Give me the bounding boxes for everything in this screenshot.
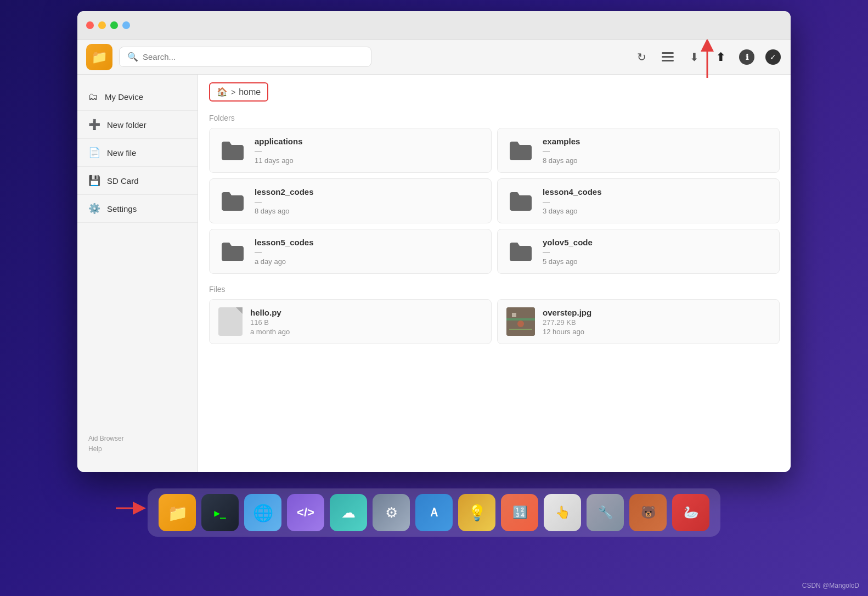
breadcrumb-current: home (239, 87, 261, 97)
maximize-button[interactable] (110, 21, 118, 29)
folder-item-yolov5-code[interactable]: yolov5_code — 5 days ago (497, 229, 780, 274)
folder-name-lesson4: lesson4_codes (543, 187, 602, 196)
sidebar-item-settings[interactable]: ⚙️ Settings (77, 195, 198, 223)
sidebar-label-sd-card: SD Card (107, 176, 139, 185)
folder-date-yolov5: 5 days ago (543, 257, 593, 266)
dock-browser[interactable]: 🌐 (244, 494, 281, 531)
dock-settings[interactable]: ⚙ (373, 494, 410, 531)
dock-bear[interactable]: 🐻 (629, 494, 667, 531)
folder-dash-applications: — (255, 147, 303, 155)
refresh-button[interactable]: ↻ (633, 48, 650, 66)
search-input[interactable] (143, 52, 363, 61)
main-content: 🗂 My Device ➕ New folder 📄 New file 💾 SD… (77, 75, 791, 472)
dock-cloud[interactable]: ☁ (330, 494, 367, 531)
title-bar (77, 11, 791, 40)
folder-icon-lesson4 (506, 187, 535, 215)
aid-browser-text: Aid Browser (88, 435, 124, 442)
folder-name-examples: examples (543, 137, 580, 146)
list-view-button[interactable] (659, 48, 677, 66)
folder-icon-lesson5 (218, 237, 247, 266)
sidebar-item-new-folder[interactable]: ➕ New folder (77, 111, 198, 139)
dock-app-store[interactable]: Ａ (415, 494, 453, 531)
folder-dash-lesson5: — (255, 248, 314, 256)
search-bar[interactable]: 🔍 (119, 47, 371, 67)
file-size-overstep: 277.29 KB (543, 318, 591, 327)
image-thumbnail-overstep (506, 307, 535, 336)
file-size-hello: 116 B (250, 318, 290, 327)
folder-item-lesson4-codes[interactable]: lesson4_codes — 3 days ago (497, 178, 780, 223)
file-item-hello-py[interactable]: hello.py 116 B a month ago (209, 299, 492, 344)
dock-hop[interactable]: 🦢 (672, 494, 709, 531)
upload-button[interactable]: ⬆ (712, 48, 729, 66)
traffic-lights (86, 21, 130, 29)
sd-card-icon: 💾 (88, 175, 100, 187)
files-label: Files (198, 280, 791, 297)
dock: 📁 ▶_ 🌐 </> ☁ ⚙ Ａ 💡 🔢 👆 🔧 🐻 🦢 (148, 488, 720, 537)
svg-rect-7 (512, 313, 516, 317)
dock-code-editor[interactable]: </> (287, 494, 324, 531)
folder-item-lesson2-codes[interactable]: lesson2_codes — 8 days ago (209, 178, 492, 223)
dock-file-manager[interactable]: 📁 (159, 494, 196, 531)
folders-grid: applications — 11 days ago (198, 126, 791, 280)
folder-info-lesson2: lesson2_codes — 8 days ago (255, 187, 314, 215)
new-folder-icon: ➕ (88, 119, 100, 131)
extra-button[interactable] (122, 21, 130, 29)
info-button[interactable]: ℹ (738, 48, 756, 66)
files-grid: hello.py 116 B a month ago (198, 297, 791, 351)
folder-info-lesson5: lesson5_codes — a day ago (255, 238, 314, 266)
dock-tools[interactable]: 🔧 (587, 494, 624, 531)
watermark: CSDN @MangoloD (802, 582, 859, 589)
folder-date-lesson2: 8 days ago (255, 207, 314, 215)
folder-info-examples: examples — 8 days ago (543, 137, 580, 165)
sidebar-label-new-folder: New folder (107, 120, 146, 130)
app-icon: 📁 (86, 44, 112, 70)
folder-item-examples[interactable]: examples — 8 days ago (497, 128, 780, 173)
file-name-hello: hello.py (250, 308, 290, 317)
file-name-overstep: overstep.jpg (543, 308, 591, 317)
file-item-overstep-jpg[interactable]: overstep.jpg 277.29 KB 12 hours ago (497, 299, 780, 344)
dock-touch[interactable]: 👆 (544, 494, 581, 531)
sidebar-footer: Aid Browser Help (77, 425, 198, 463)
svg-rect-6 (506, 318, 535, 321)
breadcrumb: 🏠 > home (198, 75, 791, 109)
file-info-overstep: overstep.jpg 277.29 KB 12 hours ago (543, 308, 591, 336)
help-text: Help (88, 445, 102, 453)
folder-info-yolov5: yolov5_code — 5 days ago (543, 238, 593, 266)
download-button[interactable]: ⬇ (685, 48, 703, 66)
folder-dash-lesson2: — (255, 198, 314, 206)
sidebar-item-new-file[interactable]: 📄 New file (77, 139, 198, 167)
folder-date-examples: 8 days ago (543, 156, 580, 165)
folder-icon: 🗂 (88, 91, 98, 103)
minimize-button[interactable] (98, 21, 106, 29)
folder-date-applications: 11 days ago (255, 156, 303, 165)
folder-icon-applications (218, 136, 247, 165)
folder-item-applications[interactable]: applications — 11 days ago (209, 128, 492, 173)
settings-icon: ⚙️ (88, 203, 100, 215)
file-date-hello: a month ago (250, 328, 290, 336)
folder-item-lesson5-codes[interactable]: lesson5_codes — a day ago (209, 229, 492, 274)
breadcrumb-chevron: > (231, 88, 235, 97)
main-window: 📁 🔍 ↻ ⬇ ⬆ ℹ (77, 11, 791, 472)
sidebar-item-sd-card[interactable]: 💾 SD Card (77, 167, 198, 195)
sidebar-item-my-device[interactable]: 🗂 My Device (77, 83, 198, 111)
home-icon: 🏠 (217, 87, 228, 97)
svg-rect-3 (662, 56, 674, 58)
file-info-hello: hello.py 116 B a month ago (250, 308, 290, 336)
folder-icon-yolov5 (506, 237, 535, 266)
doc-icon-hello (218, 307, 243, 336)
dock-terminal[interactable]: ▶_ (201, 494, 239, 531)
folder-name-lesson5: lesson5_codes (255, 238, 314, 247)
folder-icon-examples (506, 136, 535, 165)
sidebar: 🗂 My Device ➕ New folder 📄 New file 💾 SD… (77, 75, 198, 472)
dock-calculator[interactable]: 🔢 (501, 494, 538, 531)
folder-name-lesson2: lesson2_codes (255, 187, 314, 196)
check-button[interactable]: ✓ (764, 48, 782, 66)
folder-icon-lesson2 (218, 187, 247, 215)
close-button[interactable] (86, 21, 94, 29)
search-icon: 🔍 (127, 52, 138, 62)
dock-tips[interactable]: 💡 (458, 494, 495, 531)
folder-name-yolov5: yolov5_code (543, 238, 593, 247)
file-date-overstep: 12 hours ago (543, 328, 591, 336)
breadcrumb-wrapper[interactable]: 🏠 > home (209, 82, 268, 102)
folder-dash-yolov5: — (543, 248, 593, 256)
